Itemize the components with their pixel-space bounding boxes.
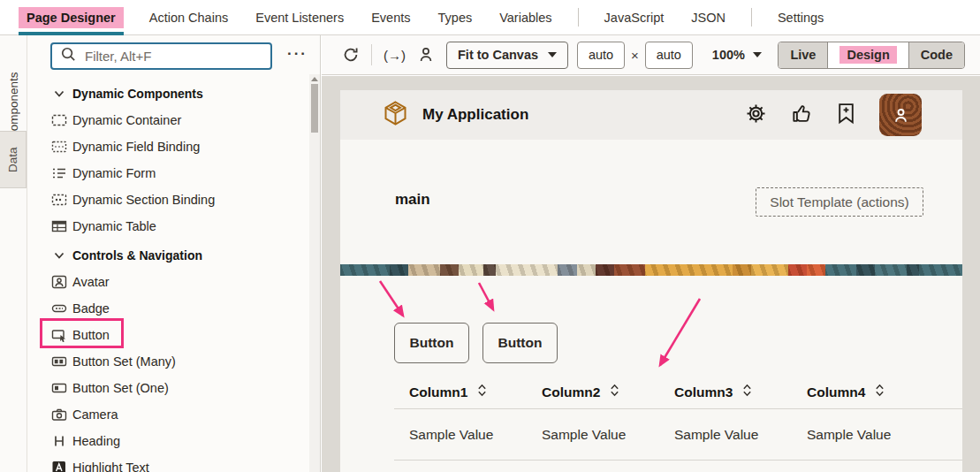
palette-item-dynamic-section-binding[interactable]: Dynamic Section Binding — [27, 187, 310, 213]
tab-divider — [751, 8, 752, 27]
badge-icon — [51, 301, 67, 316]
column-header-1[interactable]: Column1 — [394, 376, 527, 408]
heading-icon — [51, 434, 67, 448]
preview-button-2[interactable]: Button — [482, 323, 558, 363]
palette-item-camera[interactable]: Camera — [27, 401, 310, 428]
column-header-2[interactable]: Column2 — [527, 376, 659, 408]
sort-icon[interactable] — [742, 383, 752, 401]
design-canvas: My Application main Sl — [322, 76, 980, 472]
preview-app-title: My Application — [422, 106, 528, 124]
sort-icon[interactable] — [610, 383, 619, 401]
tab-events[interactable]: Events — [369, 0, 412, 35]
tab-settings[interactable]: Settings — [776, 0, 825, 35]
column-header-3[interactable]: Column3 — [659, 376, 792, 408]
table-cell: Sample Value — [394, 409, 527, 460]
tab-javascript[interactable]: JavaScript — [603, 0, 666, 35]
palette-item-button[interactable]: Button — [27, 322, 310, 348]
mode-live-button[interactable]: Live — [779, 42, 827, 68]
table-cell: Sample Value — [792, 409, 924, 460]
canvas-width-input[interactable] — [577, 42, 625, 69]
side-tab-data[interactable]: Data — [0, 131, 27, 188]
dynamic-form-icon — [51, 166, 67, 180]
palette-section-dynamic-components[interactable]: Dynamic Components — [27, 80, 310, 107]
preview-page: My Application main Sl — [340, 90, 962, 472]
page-designer-window: Page Designer Action Chains Event Listen… — [0, 0, 980, 472]
palette-item-badge[interactable]: Badge — [27, 295, 310, 322]
tab-page-designer[interactable]: Page Designer — [19, 0, 124, 35]
canvas-toolbar: (→) Fit to Canvas × 100% Live Design Cod… — [322, 35, 980, 75]
filter-input[interactable] — [85, 49, 262, 64]
dynamic-container-icon — [51, 113, 67, 127]
filter-field-wrap — [50, 42, 272, 70]
mode-code-button[interactable]: Code — [908, 42, 964, 68]
palette-section-controls-navigation[interactable]: Controls & Navigation — [27, 242, 310, 269]
decorative-banner-image — [340, 264, 962, 276]
button-icon — [51, 328, 67, 342]
refresh-icon[interactable] — [342, 46, 360, 64]
palette-item-dynamic-field-binding[interactable]: Dynamic Field Binding — [27, 133, 310, 160]
chevron-down-icon — [548, 52, 557, 57]
forward-paren-icon[interactable]: (→) — [384, 48, 406, 63]
dynamic-section-binding-icon — [51, 193, 67, 207]
tab-event-listeners[interactable]: Event Listeners — [254, 0, 346, 35]
user-icon[interactable] — [417, 46, 435, 64]
palette-item-highlight-text[interactable]: Highlight Text — [27, 454, 310, 472]
dynamic-field-binding-icon — [51, 140, 67, 154]
mode-design-button[interactable]: Design — [827, 42, 908, 68]
zoom-dropdown[interactable]: 100% — [712, 48, 762, 62]
side-tab-strip: Components Data — [0, 35, 27, 472]
table-cell: Sample Value — [527, 409, 659, 460]
table-cell: Sample Value — [659, 409, 792, 460]
sort-icon[interactable] — [875, 383, 885, 401]
button-set-many-icon — [51, 354, 67, 369]
highlight-text-icon — [51, 461, 67, 472]
palette-item-heading[interactable]: Heading — [27, 428, 310, 454]
multiply-sign: × — [631, 48, 639, 63]
preview-app-header: My Application — [340, 90, 962, 140]
palette-item-dynamic-form[interactable]: Dynamic Form — [27, 160, 310, 187]
chevron-down-icon — [753, 52, 762, 57]
overflow-menu-icon[interactable]: ··· — [287, 45, 308, 63]
preview-table: Column1 Column2 Column3 Column4 — [394, 376, 962, 461]
canvas-height-input[interactable] — [645, 42, 693, 69]
avatar[interactable] — [879, 94, 922, 136]
tab-json[interactable]: JSON — [689, 0, 727, 35]
palette-item-avatar[interactable]: Avatar — [27, 269, 310, 295]
fit-to-canvas-dropdown[interactable]: Fit to Canvas — [446, 42, 568, 69]
cube-logo-icon — [384, 101, 407, 129]
table-row[interactable]: Sample Value Sample Value Sample Value S… — [394, 409, 962, 461]
avatar-icon — [51, 275, 67, 289]
button-set-one-icon — [51, 381, 67, 395]
palette-item-dynamic-container[interactable]: Dynamic Container — [27, 107, 310, 133]
palette-item-dynamic-table[interactable]: Dynamic Table — [27, 213, 310, 240]
components-palette: ··· Dynamic Components Dynamic Container… — [27, 35, 321, 472]
camera-icon — [51, 407, 67, 422]
dynamic-table-icon — [51, 219, 67, 233]
tab-divider — [578, 8, 579, 27]
tab-types[interactable]: Types — [437, 0, 475, 35]
preview-button-1[interactable]: Button — [394, 323, 469, 363]
scrollbar-thumb[interactable] — [311, 84, 318, 133]
bookmark-plus-icon[interactable] — [837, 103, 855, 128]
palette-item-button-set-many[interactable]: Button Set (Many) — [27, 348, 310, 375]
scrollbar-up-arrow-icon[interactable] — [311, 77, 318, 81]
slot-template-actions[interactable]: Slot Template (actions) — [756, 187, 923, 217]
toolbar-divider — [371, 44, 372, 65]
palette-scrollbar[interactable] — [309, 74, 320, 472]
palette-item-button-set-one[interactable]: Button Set (One) — [27, 375, 310, 401]
tab-variables[interactable]: Variables — [498, 0, 553, 35]
table-header-row: Column1 Column2 Column3 Column4 — [394, 376, 962, 409]
gear-icon[interactable] — [745, 103, 767, 128]
chevron-down-icon — [51, 88, 67, 100]
column-header-4[interactable]: Column4 — [792, 376, 924, 408]
page-title: main — [395, 191, 430, 209]
search-icon — [60, 46, 77, 66]
thumbs-up-icon[interactable] — [791, 103, 813, 128]
top-tab-bar: Page Designer Action Chains Event Listen… — [0, 0, 980, 35]
mode-switcher: Live Design Code — [778, 42, 965, 69]
palette-list: Dynamic Components Dynamic Container Dyn… — [27, 80, 310, 472]
chevron-down-icon — [51, 249, 67, 262]
sort-icon[interactable] — [477, 383, 487, 401]
tab-action-chains[interactable]: Action Chains — [148, 0, 230, 35]
